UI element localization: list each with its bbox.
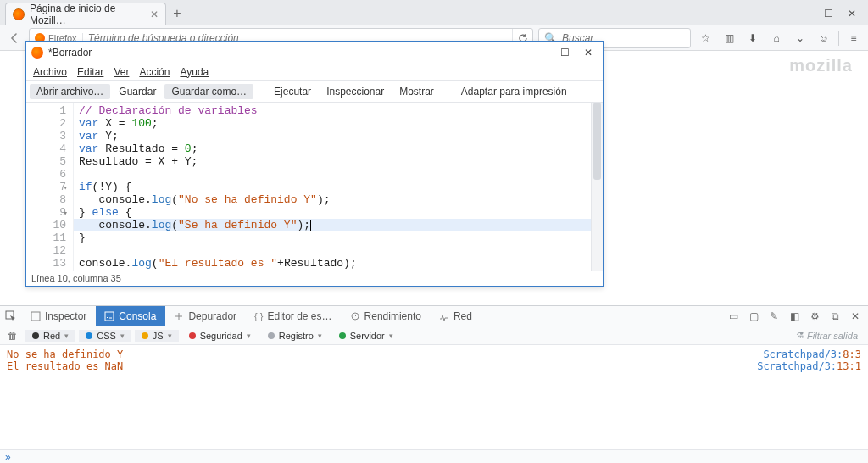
devtools-right-controls: ▭ ▢ ✎ ◧ ⚙ ⧉ ✕ xyxy=(726,310,868,322)
menu-ayuda[interactable]: Ayuda xyxy=(180,64,209,80)
window-controls: — ☐ ✕ xyxy=(798,8,868,25)
new-tab-button[interactable]: + xyxy=(166,3,188,25)
tab-console[interactable]: Consola xyxy=(96,306,165,326)
responsive-icon[interactable]: ▢ xyxy=(746,310,761,322)
save-as-button[interactable]: Guardar como… xyxy=(164,84,253,99)
console-filter-bar: 🗑 Red▾ CSS▾ JS▾ Seguridad▾ Registro▾ Ser… xyxy=(0,326,868,345)
scratchpad-favicon-icon xyxy=(31,47,43,59)
svg-rect-1 xyxy=(31,312,40,321)
line-gutter: 1234567▾89▾1011121314 xyxy=(26,103,74,271)
scrollbar-thumb[interactable] xyxy=(593,103,601,180)
menu-editar[interactable]: Editar xyxy=(77,64,103,80)
adapt-print-button[interactable]: Adaptar para impresión xyxy=(454,84,574,99)
inspect-button[interactable]: Inspeccionar xyxy=(320,84,391,99)
scratchpad-toolbar: Abrir archivo… Guardar Guardar como… Eje… xyxy=(26,81,603,103)
filter-funnel-icon: ⚗ xyxy=(795,330,804,341)
tab-close-icon[interactable]: ✕ xyxy=(150,8,159,20)
window-minimize-icon[interactable]: — xyxy=(798,8,810,20)
save-button[interactable]: Guardar xyxy=(112,84,163,99)
scratchpad-maximize-icon[interactable]: ☐ xyxy=(555,47,574,59)
scratchpad-icon[interactable]: ✎ xyxy=(766,310,782,322)
home-icon[interactable]: ⌂ xyxy=(767,29,786,47)
browser-tab[interactable]: Página de inicio de Mozill… ✕ xyxy=(5,3,166,25)
pocket-icon[interactable]: ⌄ xyxy=(791,29,810,47)
scratchpad-window: *Borrador — ☐ ✕ Archivo Editar Ver Acció… xyxy=(25,41,604,287)
content-area: mozilla *Borrador — ☐ ✕ Archivo Editar V… xyxy=(0,51,868,305)
filter-net[interactable]: Red▾ xyxy=(25,330,75,342)
settings-gear-icon[interactable]: ⚙ xyxy=(807,310,822,322)
svg-rect-2 xyxy=(105,312,114,321)
scratchpad-minimize-icon[interactable]: — xyxy=(531,47,550,59)
open-file-button[interactable]: Abrir archivo… xyxy=(30,84,110,99)
filter-css[interactable]: CSS▾ xyxy=(79,330,131,342)
smiley-icon[interactable]: ☺ xyxy=(815,29,833,47)
devtools-tabs: Inspector Consola Depurador { } Editor d… xyxy=(0,306,868,326)
devtools-close-icon[interactable]: ✕ xyxy=(848,310,863,322)
menu-accion[interactable]: Acción xyxy=(139,64,170,80)
tab-style-editor[interactable]: { } Editor de es… xyxy=(246,306,341,326)
window-maximize-icon[interactable]: ☐ xyxy=(822,8,834,20)
dock-window-icon[interactable]: ⧉ xyxy=(827,310,843,322)
back-button[interactable] xyxy=(5,29,24,47)
mozilla-wordmark: mozilla xyxy=(789,56,853,75)
scratchpad-status: Línea 10, columna 35 xyxy=(26,271,603,286)
editor-scrollbar[interactable] xyxy=(591,103,603,271)
filter-security[interactable]: Seguridad▾ xyxy=(182,330,258,342)
console-output[interactable]: No se ha definido YScratchpad/3:8:3El re… xyxy=(0,345,868,449)
menu-icon[interactable]: ≡ xyxy=(844,29,863,47)
console-filter-search[interactable]: ⚗ Filtrar salida xyxy=(795,330,865,341)
code-content[interactable]: // Declaración de variablesvar X = 100;v… xyxy=(74,103,603,271)
scratchpad-title: *Borrador xyxy=(48,47,92,59)
firefox-favicon-icon xyxy=(13,8,25,20)
show-button[interactable]: Mostrar xyxy=(392,84,441,99)
filter-js[interactable]: JS▾ xyxy=(135,330,179,342)
menu-archivo[interactable]: Archivo xyxy=(33,64,67,80)
tab-debugger[interactable]: Depurador xyxy=(165,306,246,326)
tab-network[interactable]: Red xyxy=(431,306,481,326)
run-button[interactable]: Ejecutar xyxy=(267,84,318,99)
library-icon[interactable]: ▥ xyxy=(720,29,738,47)
filter-logging[interactable]: Registro▾ xyxy=(261,330,329,342)
dock-side-icon[interactable]: ◧ xyxy=(787,310,802,322)
element-picker-icon[interactable] xyxy=(0,310,22,322)
scratchpad-menubar: Archivo Editar Ver Acción Ayuda xyxy=(26,64,603,81)
scratchpad-titlebar[interactable]: *Borrador — ☐ ✕ xyxy=(26,42,603,64)
tab-performance[interactable]: Rendimiento xyxy=(342,306,431,326)
downloads-icon[interactable]: ⬇ xyxy=(743,29,762,47)
devtools-panel: Inspector Consola Depurador { } Editor d… xyxy=(0,305,868,463)
code-editor[interactable]: 1234567▾89▾1011121314 // Declaración de … xyxy=(26,103,603,271)
console-input-prompt[interactable]: » xyxy=(0,449,868,463)
split-console-icon[interactable]: ▭ xyxy=(726,310,741,322)
scratchpad-close-icon[interactable]: ✕ xyxy=(579,47,598,59)
tab-title: Página de inicio de Mozill… xyxy=(30,3,142,26)
filter-server[interactable]: Servidor▾ xyxy=(332,330,400,342)
window-close-icon[interactable]: ✕ xyxy=(846,8,858,20)
browser-tab-strip: Página de inicio de Mozill… ✕ + — ☐ ✕ xyxy=(0,0,868,25)
tab-inspector[interactable]: Inspector xyxy=(22,306,96,326)
menu-ver[interactable]: Ver xyxy=(114,64,129,80)
clear-console-icon[interactable]: 🗑 xyxy=(3,330,22,342)
bookmark-star-icon[interactable]: ☆ xyxy=(696,29,715,47)
